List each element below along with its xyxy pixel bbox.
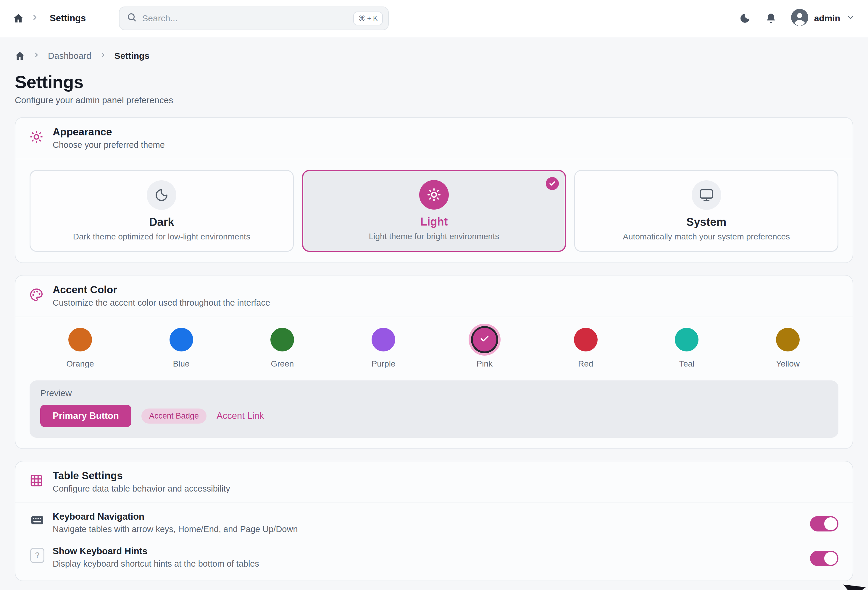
accent-swatch-green[interactable]: [270, 328, 294, 352]
topbar: Settings ⌘ + K admin: [0, 0, 868, 37]
selected-check-icon: [546, 177, 559, 190]
theme-option-description: Light theme for bright environments: [311, 232, 557, 241]
theme-option-system[interactable]: System Automatically match your system p…: [574, 170, 838, 252]
search-input[interactable]: [142, 13, 348, 24]
swatch-label: Pink: [477, 359, 493, 369]
accent-color-title: Accent Color: [53, 284, 270, 296]
theme-option-description: Automatically match your system preferen…: [583, 232, 829, 241]
theme-option-dark[interactable]: Dark Dark theme optimized for low-light …: [30, 170, 294, 252]
chevron-right-icon: [31, 13, 39, 24]
topbar-actions: admin: [739, 9, 855, 28]
setting-row-keyboard-navigation: Keyboard Navigation Navigate tables with…: [30, 505, 838, 540]
setting-row-show-keyboard-hints: ? Show Keyboard Hints Display keyboard s…: [30, 540, 838, 575]
page-title: Settings: [15, 72, 853, 92]
sun-icon: [30, 130, 43, 146]
preview-accent-link[interactable]: Accent Link: [217, 410, 264, 421]
theme-option-description: Dark theme optimized for low-light envir…: [39, 232, 285, 241]
home-icon[interactable]: [15, 51, 25, 61]
accent-swatches: Orange Blue Green Purple: [30, 328, 838, 369]
avatar: [791, 9, 808, 28]
table-settings-title: Table Settings: [53, 470, 230, 481]
setting-description: Display keyboard shortcut hints at the b…: [53, 559, 259, 569]
swatch-label: Blue: [173, 359, 190, 369]
chevron-right-icon: [32, 50, 40, 61]
swatch-cell-pink: Pink: [434, 328, 535, 369]
setting-title: Show Keyboard Hints: [53, 546, 259, 556]
preview-accent-badge: Accent Badge: [142, 409, 207, 424]
swatch-label: Purple: [372, 359, 396, 369]
theme-option-label: Dark: [39, 216, 285, 228]
swatch-cell-blue: Blue: [131, 328, 232, 369]
swatch-label: Green: [271, 359, 294, 369]
swatch-cell-orange: Orange: [30, 328, 131, 369]
theme-option-light[interactable]: Light Light theme for bright environment…: [302, 170, 566, 252]
notifications-bell-button[interactable]: [765, 12, 777, 24]
accent-color-card-header: Accent Color Customize the accent color …: [15, 275, 853, 317]
check-icon: [480, 334, 490, 346]
table-settings-subtitle: Configure data table behavior and access…: [53, 484, 230, 494]
swatch-label: Yellow: [776, 359, 800, 369]
swatch-label: Red: [578, 359, 593, 369]
search-icon: [127, 12, 137, 25]
table-settings-card-header: Table Settings Configure data table beha…: [15, 461, 853, 503]
toggle-knob: [824, 517, 837, 530]
swatch-cell-purple: Purple: [333, 328, 434, 369]
theme-option-label: System: [583, 216, 829, 228]
chevron-down-icon: [846, 13, 855, 24]
breadcrumb: Dashboard Settings: [15, 50, 853, 61]
accent-swatch-pink-selected[interactable]: [473, 328, 496, 352]
theme-option-label: Light: [311, 215, 557, 228]
preview-primary-button[interactable]: Primary Button: [40, 405, 131, 427]
keyboard-navigation-toggle[interactable]: [810, 516, 838, 531]
theme-options: Dark Dark theme optimized for low-light …: [30, 170, 838, 252]
sun-icon: [419, 180, 449, 210]
accent-swatch-yellow[interactable]: [776, 328, 800, 352]
swatch-label: Teal: [679, 359, 694, 369]
breadcrumb-current: Settings: [115, 51, 149, 61]
appearance-title: Appearance: [53, 126, 165, 138]
search-box[interactable]: ⌘ + K: [119, 6, 389, 30]
accent-swatch-red[interactable]: [574, 328, 598, 352]
settings-page: Settings ⌘ + K admin: [0, 0, 868, 590]
swatch-cell-yellow: Yellow: [737, 328, 838, 369]
accent-swatch-blue[interactable]: [170, 328, 193, 352]
show-keyboard-hints-toggle[interactable]: [810, 551, 838, 566]
chevron-right-icon: [99, 50, 107, 61]
swatch-cell-red: Red: [535, 328, 636, 369]
monitor-icon: [692, 180, 721, 210]
appearance-card: Appearance Choose your preferred theme D…: [15, 117, 853, 263]
search-shortcut-badge: ⌘ + K: [353, 12, 383, 25]
page-subtitle: Configure your admin panel preferences: [15, 95, 853, 105]
moon-icon: [147, 180, 176, 210]
setting-description: Navigate tables with arrow keys, Home/En…: [53, 524, 298, 534]
grid-icon: [30, 474, 43, 490]
accent-swatch-teal[interactable]: [675, 328, 698, 352]
user-menu[interactable]: admin: [791, 9, 855, 28]
accent-color-card: Accent Color Customize the accent color …: [15, 275, 853, 449]
setting-title: Keyboard Navigation: [53, 511, 298, 522]
accent-preview-panel: Preview Primary Button Accent Badge Acce…: [30, 380, 838, 438]
topbar-page-title: Settings: [50, 13, 86, 24]
toggle-knob: [824, 552, 837, 565]
breadcrumb-dashboard-link[interactable]: Dashboard: [48, 51, 92, 61]
swatch-label: Orange: [66, 359, 94, 369]
dark-mode-toggle-button[interactable]: [739, 12, 751, 24]
preview-label: Preview: [40, 388, 828, 398]
swatch-cell-teal: Teal: [636, 328, 738, 369]
user-name: admin: [814, 13, 840, 24]
appearance-card-header: Appearance Choose your preferred theme: [15, 118, 853, 159]
palette-icon: [30, 288, 43, 304]
accent-swatch-orange[interactable]: [68, 328, 92, 352]
accent-color-subtitle: Customize the accent color used througho…: [53, 298, 270, 308]
keyboard-icon: [30, 513, 45, 527]
home-icon[interactable]: [13, 13, 24, 24]
accent-swatch-purple[interactable]: [372, 328, 395, 352]
swatch-cell-green: Green: [232, 328, 333, 369]
question-mark-icon: ?: [30, 548, 45, 563]
table-settings-card: Table Settings Configure data table beha…: [15, 461, 853, 581]
topbar-breadcrumb: Settings: [13, 13, 86, 24]
appearance-subtitle: Choose your preferred theme: [53, 140, 165, 150]
